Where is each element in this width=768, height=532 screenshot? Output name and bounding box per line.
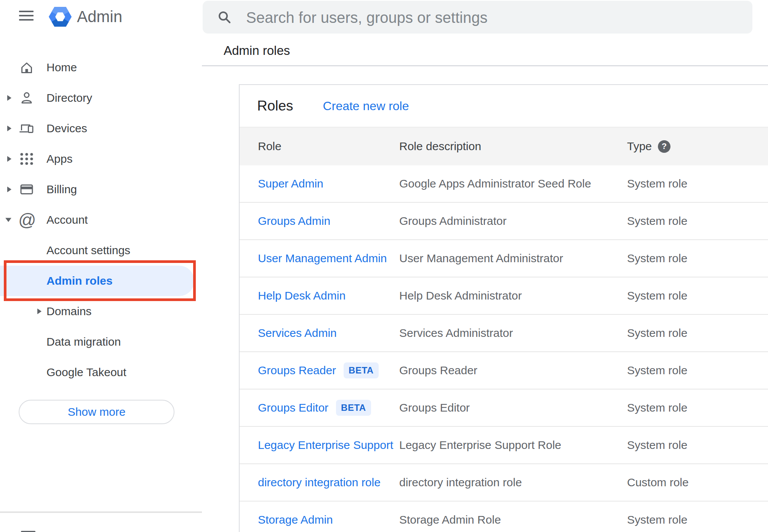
app-title: Admin bbox=[77, 8, 122, 26]
role-link[interactable]: Help Desk Admin bbox=[258, 289, 346, 302]
role-type: System role bbox=[627, 215, 768, 228]
sidebar-item-label: Account bbox=[46, 213, 88, 226]
sidebar-item-label: Domains bbox=[46, 305, 91, 318]
sidebar-item-google-takeout[interactable]: Google Takeout bbox=[0, 357, 202, 388]
role-type: System role bbox=[627, 513, 768, 526]
table-row: Groups Editor BETA Groups Editor System … bbox=[240, 389, 768, 427]
table-row: Groups Reader BETA Groups Reader System … bbox=[240, 352, 768, 389]
sidebar-item-label: Apps bbox=[46, 152, 72, 165]
sidebar-item-domains[interactable]: Domains bbox=[0, 296, 202, 327]
sidebar-item-label: Data migration bbox=[46, 335, 121, 348]
beta-badge: BETA bbox=[344, 362, 379, 378]
sidebar-item-label: Directory bbox=[46, 91, 92, 104]
sidebar-item-data-migration[interactable]: Data migration bbox=[0, 327, 202, 357]
help-icon[interactable]: ? bbox=[658, 140, 670, 153]
role-description: Help Desk Administrator bbox=[399, 289, 627, 302]
table-row: directory integration role directory int… bbox=[240, 464, 768, 502]
sidebar-item-label: Google Takeout bbox=[46, 366, 126, 379]
role-type: System role bbox=[627, 177, 768, 190]
home-icon bbox=[19, 60, 34, 75]
role-description: Groups Reader bbox=[399, 364, 627, 377]
chevron-down-icon bbox=[5, 218, 11, 222]
column-header-role-description: Role description bbox=[399, 140, 627, 153]
sidebar-item-label: Account settings bbox=[46, 244, 130, 257]
role-type: System role bbox=[627, 401, 768, 414]
sidebar-item-apps[interactable]: Apps bbox=[0, 144, 202, 174]
search-icon bbox=[217, 10, 232, 24]
role-type: System role bbox=[627, 327, 768, 340]
table-header-row: Role Role description Type ? bbox=[240, 127, 768, 165]
role-link[interactable]: Legacy Enterprise Support bbox=[258, 439, 393, 452]
column-header-role: Role bbox=[258, 140, 399, 153]
table-row: Groups Admin Groups Administrator System… bbox=[240, 203, 768, 240]
role-link[interactable]: directory integration role bbox=[258, 476, 381, 489]
role-description: User Management Administrator bbox=[399, 252, 627, 265]
role-link[interactable]: Super Admin bbox=[258, 177, 323, 190]
role-description: Groups Editor bbox=[399, 401, 627, 414]
breadcrumb: Admin roles bbox=[224, 43, 290, 58]
table-row: Storage Admin Storage Admin Role System … bbox=[240, 502, 768, 532]
role-link[interactable]: User Management Admin bbox=[258, 252, 387, 265]
role-type: System role bbox=[627, 364, 768, 377]
column-header-type: Type ? bbox=[627, 140, 768, 153]
table-row: Super Admin Google Apps Administrator Se… bbox=[240, 165, 768, 203]
role-description: Legacy Enterprise Support Role bbox=[399, 439, 627, 452]
show-more-label: Show more bbox=[68, 405, 126, 418]
chevron-right-icon bbox=[7, 187, 11, 192]
show-more-button[interactable]: Show more bbox=[19, 400, 174, 424]
sidebar-item-admin-roles[interactable]: Admin roles bbox=[0, 266, 194, 296]
apps-grid-icon bbox=[19, 151, 34, 167]
sidebar-item-billing[interactable]: Billing bbox=[0, 174, 202, 205]
chevron-right-icon bbox=[7, 126, 11, 131]
role-type: Custom role bbox=[627, 476, 768, 489]
sidebar-item-label: Home bbox=[46, 61, 77, 74]
create-new-role-link[interactable]: Create new role bbox=[323, 99, 409, 113]
credit-card-icon bbox=[19, 182, 34, 197]
person-icon bbox=[19, 90, 34, 106]
devices-icon bbox=[19, 121, 34, 136]
sidebar-item-directory[interactable]: Directory bbox=[0, 83, 202, 113]
hamburger-menu-icon[interactable] bbox=[19, 11, 34, 21]
role-type: System role bbox=[627, 439, 768, 452]
sidebar-item-account-settings[interactable]: Account settings bbox=[0, 235, 202, 266]
role-link[interactable]: Groups Reader bbox=[258, 364, 336, 377]
role-link[interactable]: Groups Editor bbox=[258, 401, 328, 414]
admin-logo-icon bbox=[49, 6, 72, 27]
role-description: Services Administrator bbox=[399, 327, 627, 340]
sidebar-item-label: Devices bbox=[46, 122, 87, 135]
table-row: Help Desk Admin Help Desk Administrator … bbox=[240, 277, 768, 315]
table-row: User Management Admin User Management Ad… bbox=[240, 240, 768, 277]
sidebar-item-label: Admin roles bbox=[46, 274, 112, 287]
role-description: Groups Administrator bbox=[399, 215, 627, 228]
role-link[interactable]: Services Admin bbox=[258, 327, 337, 340]
roles-card: Roles Create new role Role Role descript… bbox=[239, 84, 768, 532]
card-header: Roles Create new role bbox=[240, 85, 768, 127]
page-title: Roles bbox=[257, 98, 293, 114]
admin-logo[interactable]: Admin bbox=[49, 5, 122, 28]
search-bar bbox=[203, 1, 752, 34]
chevron-right-icon bbox=[7, 156, 11, 162]
table-row: Legacy Enterprise Support Legacy Enterpr… bbox=[240, 427, 768, 464]
role-description: Google Apps Administrator Seed Role bbox=[399, 177, 627, 190]
beta-badge: BETA bbox=[336, 400, 371, 416]
search-input[interactable] bbox=[245, 1, 742, 34]
sidebar: Admin Home Directory bbox=[0, 0, 202, 532]
sidebar-nav: Home Directory bbox=[0, 52, 202, 388]
sidebar-item-home[interactable]: Home bbox=[0, 52, 202, 83]
sidebar-item-label: Billing bbox=[46, 183, 77, 196]
role-type: System role bbox=[627, 289, 768, 302]
role-link[interactable]: Storage Admin bbox=[258, 513, 333, 526]
sidebar-item-account[interactable]: @ Account bbox=[0, 205, 202, 235]
role-description: Storage Admin Role bbox=[399, 513, 627, 526]
header-divider bbox=[202, 65, 768, 66]
role-description: directory integration role bbox=[399, 476, 627, 489]
role-type: System role bbox=[627, 252, 768, 265]
chevron-right-icon bbox=[7, 95, 11, 101]
at-sign-icon: @ bbox=[18, 212, 36, 228]
role-link[interactable]: Groups Admin bbox=[258, 215, 330, 228]
chevron-right-icon bbox=[37, 309, 42, 314]
table-row: Services Admin Services Administrator Sy… bbox=[240, 315, 768, 352]
sidebar-divider bbox=[0, 511, 202, 513]
sidebar-item-devices[interactable]: Devices bbox=[0, 113, 202, 144]
